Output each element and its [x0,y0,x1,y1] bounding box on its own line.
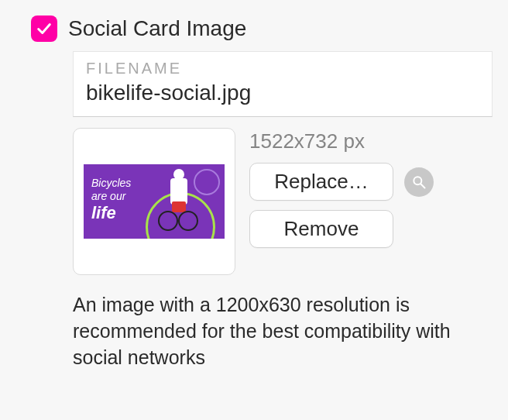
remove-button[interactable]: Remove [249,210,393,248]
svg-line-1 [421,184,425,188]
section-content: FILENAME bikelife-social.jpg Bicycles ar… [73,51,493,370]
image-dimensions: 1522x732 px [249,129,434,153]
thumb-caption: Bicycles are our life [91,177,131,223]
filename-label: FILENAME [86,60,479,77]
image-thumbnail-frame[interactable]: Bicycles are our life [73,128,235,275]
image-controls: 1522x732 px Replace… Remove [249,128,434,248]
resolution-hint: An image with a 1200x630 resolution is r… [73,292,483,370]
filename-value: bikelife-social.jpg [86,81,479,105]
section-title: Social Card Image [68,16,246,41]
image-thumbnail: Bicycles are our life [84,164,225,239]
preview-row: Bicycles are our life 1522x732 px Replac… [73,128,493,275]
replace-button[interactable]: Replace… [249,163,393,201]
magnify-icon [411,174,427,190]
checkmark-icon [36,20,53,37]
filename-field[interactable]: FILENAME bikelife-social.jpg [73,51,493,117]
magnify-button[interactable] [404,167,434,197]
section-header: Social Card Image [31,15,493,42]
social-card-checkbox[interactable] [31,15,57,42]
